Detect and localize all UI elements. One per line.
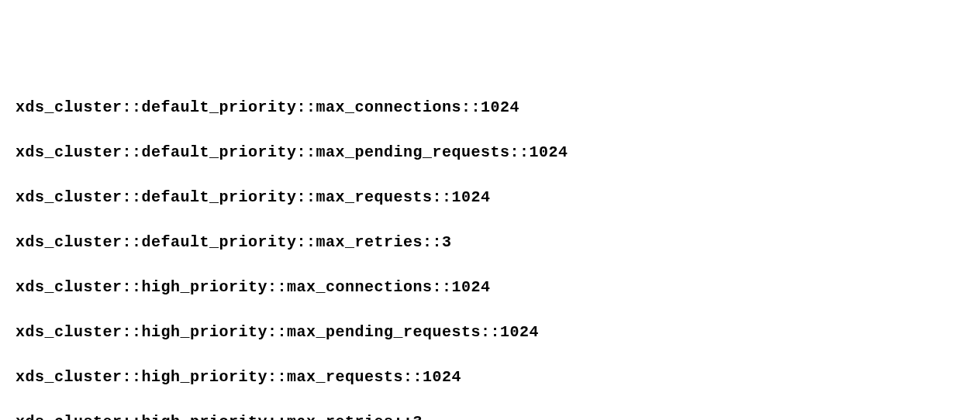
- log-line: xds_cluster::high_priority::max_pending_…: [16, 321, 964, 343]
- log-line: xds_cluster::default_priority::max_pendi…: [16, 141, 964, 164]
- log-line: xds_cluster::high_priority::max_retries:…: [16, 411, 964, 420]
- log-line: xds_cluster::default_priority::max_reque…: [16, 186, 964, 208]
- log-line: xds_cluster::default_priority::max_retri…: [16, 231, 964, 253]
- log-line: xds_cluster::default_priority::max_conne…: [16, 96, 964, 119]
- log-line: xds_cluster::high_priority::max_requests…: [16, 366, 964, 388]
- log-line: xds_cluster::high_priority::max_connecti…: [16, 276, 964, 298]
